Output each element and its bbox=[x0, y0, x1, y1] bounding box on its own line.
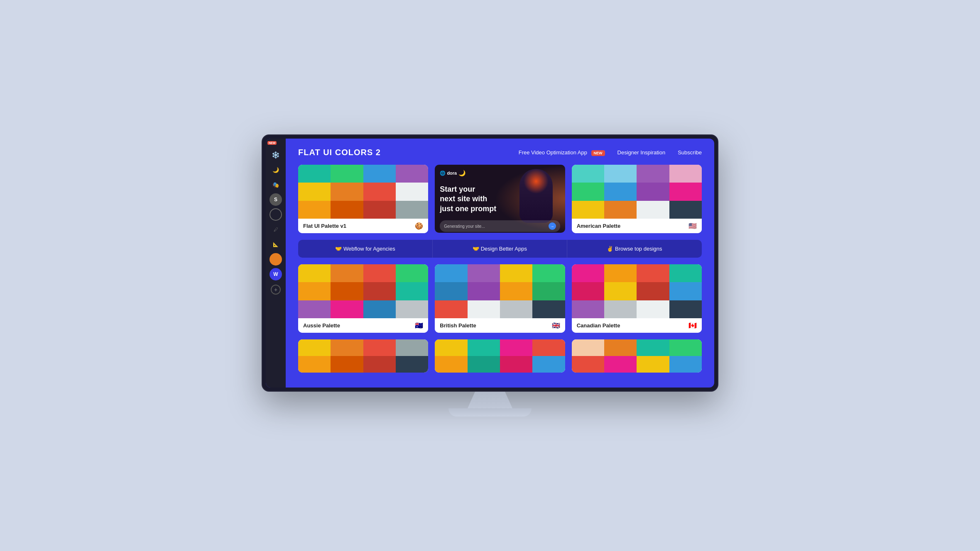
sidebar-icon-w[interactable]: W bbox=[270, 268, 282, 280]
monitor-wrapper: NEW ❄️ 🌙 🎭 S 🖊 📐 W + FLAT UI COLORS 2 bbox=[262, 134, 718, 417]
color-swatch bbox=[396, 300, 428, 318]
color-swatch bbox=[604, 264, 637, 282]
color-swatch bbox=[532, 356, 565, 373]
color-swatch bbox=[604, 201, 637, 219]
color-swatch bbox=[331, 300, 363, 318]
color-swatch bbox=[637, 300, 669, 318]
color-swatch bbox=[331, 165, 363, 183]
palette-card-aussie[interactable]: Aussie Palette 🇦🇺 bbox=[298, 264, 428, 333]
color-swatch bbox=[435, 264, 467, 282]
color-swatch bbox=[572, 201, 604, 219]
color-swatch bbox=[331, 282, 363, 300]
color-swatch bbox=[572, 282, 604, 300]
palette-card-flat-ui[interactable]: Flat UI Palette v1 🍪 bbox=[298, 165, 428, 233]
color-swatch bbox=[298, 264, 331, 282]
color-swatch bbox=[298, 201, 331, 219]
color-swatch bbox=[669, 165, 702, 183]
color-swatch bbox=[572, 264, 604, 282]
color-swatch bbox=[331, 264, 363, 282]
color-swatch bbox=[396, 201, 428, 219]
palette-name-british: British Palette bbox=[440, 322, 476, 329]
palette-card-american[interactable]: American Palette 🇺🇸 bbox=[572, 165, 702, 233]
palette-colors-aussie bbox=[298, 264, 428, 318]
color-swatch bbox=[669, 201, 702, 219]
color-swatch bbox=[435, 300, 467, 318]
color-swatch bbox=[298, 356, 331, 373]
color-swatch bbox=[637, 282, 669, 300]
palette-footer-aussie: Aussie Palette 🇦🇺 bbox=[298, 318, 428, 333]
palette-card-canadian[interactable]: Canadian Palette 🇨🇦 bbox=[572, 264, 702, 333]
dora-moon: 🌙 bbox=[458, 170, 466, 176]
color-swatch bbox=[468, 356, 500, 373]
promo-bar: 🤝 Webflow for Agencies 🤝 Design Better A… bbox=[298, 240, 702, 258]
color-swatch bbox=[331, 339, 363, 356]
sidebar-icon-pen[interactable]: 🖊 bbox=[270, 223, 282, 236]
color-swatch bbox=[363, 183, 396, 200]
color-swatch bbox=[604, 165, 637, 183]
color-swatch bbox=[468, 339, 500, 356]
color-swatch bbox=[363, 282, 396, 300]
sidebar-add-button[interactable]: + bbox=[271, 285, 281, 295]
sidebar-icon-ruler[interactable]: 📐 bbox=[270, 238, 282, 251]
nav-designer[interactable]: Designer Inspiration bbox=[617, 149, 666, 156]
palette-card-british[interactable]: British Palette 🇬🇧 bbox=[435, 264, 565, 333]
sidebar-icon-moon[interactable]: 🌙 bbox=[270, 163, 282, 176]
palette-card-dora[interactable]: 🌐 dora 🌙 Start yournext site withjust on… bbox=[435, 165, 565, 233]
dora-input-bar[interactable]: Generating your site... → bbox=[440, 220, 560, 232]
nav-video-app[interactable]: Free Video Optimization App NEW bbox=[519, 149, 605, 156]
dora-logo: 🌐 dora 🌙 bbox=[440, 170, 560, 176]
color-swatch bbox=[396, 264, 428, 282]
color-swatch bbox=[572, 356, 604, 373]
palette-flag-canadian: 🇨🇦 bbox=[688, 322, 697, 329]
color-swatch bbox=[435, 356, 467, 373]
sidebar-icon-face[interactable]: 🎭 bbox=[270, 178, 282, 191]
palette-card-5[interactable] bbox=[435, 339, 565, 373]
stand-neck bbox=[465, 392, 515, 408]
color-swatch bbox=[396, 356, 428, 373]
color-swatch bbox=[604, 300, 637, 318]
sidebar: NEW ❄️ 🌙 🎭 S 🖊 📐 W + bbox=[266, 139, 286, 388]
palette-card-4[interactable] bbox=[298, 339, 428, 373]
color-swatch bbox=[669, 264, 702, 282]
color-swatch bbox=[637, 183, 669, 200]
color-swatch bbox=[637, 201, 669, 219]
palette-flag-british: 🇬🇧 bbox=[552, 322, 560, 329]
dora-tagline: Start yournext site withjust one prompt bbox=[440, 185, 560, 214]
palette-colors-5 bbox=[435, 339, 565, 373]
dora-generate-button[interactable]: → bbox=[549, 222, 556, 230]
color-swatch bbox=[298, 165, 331, 183]
color-swatch bbox=[396, 339, 428, 356]
color-swatch bbox=[669, 282, 702, 300]
palette-footer-canadian: Canadian Palette 🇨🇦 bbox=[572, 318, 702, 333]
palette-name-flat-ui: Flat UI Palette v1 bbox=[303, 223, 346, 229]
color-swatch bbox=[331, 201, 363, 219]
color-swatch bbox=[532, 282, 565, 300]
color-swatch bbox=[468, 300, 500, 318]
monitor-stand bbox=[262, 392, 718, 417]
palette-flag-flat-ui: 🍪 bbox=[415, 222, 423, 230]
sidebar-icon-circle[interactable] bbox=[270, 208, 282, 221]
sidebar-icon-dollar[interactable]: S bbox=[270, 193, 282, 206]
color-swatch bbox=[572, 165, 604, 183]
color-swatch bbox=[396, 282, 428, 300]
palette-footer-flat-ui: Flat UI Palette v1 🍪 bbox=[298, 219, 428, 233]
sidebar-icon-snowflake[interactable]: ❄️ bbox=[270, 149, 282, 161]
color-swatch bbox=[572, 300, 604, 318]
promo-item-browse[interactable]: ✌️ Browse top designs bbox=[567, 240, 702, 258]
promo-item-webflow[interactable]: 🤝 Webflow for Agencies bbox=[298, 240, 433, 258]
screen: NEW ❄️ 🌙 🎭 S 🖊 📐 W + FLAT UI COLORS 2 bbox=[266, 139, 714, 388]
color-swatch bbox=[637, 264, 669, 282]
color-swatch bbox=[363, 264, 396, 282]
color-swatch bbox=[435, 339, 467, 356]
promo-item-apps[interactable]: 🤝 Design Better Apps bbox=[433, 240, 567, 258]
app-logo: FLAT UI COLORS 2 bbox=[298, 148, 381, 157]
sidebar-icon-orange[interactable] bbox=[270, 253, 282, 266]
color-swatch bbox=[396, 183, 428, 200]
nav-subscribe[interactable]: Subscribe bbox=[678, 149, 702, 156]
palette-card-6[interactable] bbox=[572, 339, 702, 373]
palette-colors-4 bbox=[298, 339, 428, 373]
header: FLAT UI COLORS 2 Free Video Optimization… bbox=[298, 139, 702, 165]
color-swatch bbox=[669, 356, 702, 373]
palette-colors-flat-ui bbox=[298, 165, 428, 219]
color-swatch bbox=[500, 282, 532, 300]
